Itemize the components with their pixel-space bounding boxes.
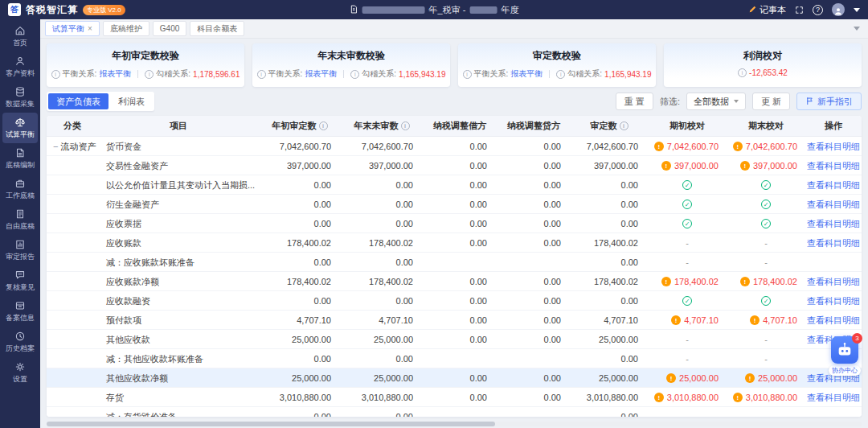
table-row[interactable]: 减：应收账款坏账准备0.000.000.00--: [47, 253, 862, 272]
end-check-cell: !178,400.02: [727, 272, 805, 291]
update-button[interactable]: 更 新: [752, 93, 790, 110]
warning-icon: !: [654, 393, 664, 402]
value-cell: 0.00: [341, 195, 423, 214]
view-tab-利润表[interactable]: 利润表: [110, 93, 153, 109]
view-tab-资产负债表[interactable]: 资产负债表: [48, 93, 108, 109]
check-value: 178,400.02: [753, 277, 797, 286]
tabs-collapse-icon[interactable]: [850, 27, 863, 31]
action-cell: 查看科目明细: [805, 311, 862, 330]
sidebar-item-trial-balance[interactable]: 试算平衡: [2, 113, 38, 143]
view-detail-link[interactable]: 查看科目明细: [807, 199, 860, 211]
view-detail-link[interactable]: 查看科目明细: [807, 237, 860, 249]
metric-value[interactable]: 报表平衡: [99, 68, 131, 80]
scrollbar-thumb[interactable]: [47, 422, 495, 426]
reset-button[interactable]: 重 置: [616, 93, 653, 110]
table-row[interactable]: 以公允价值计量且其变动计入当期损...0.000.000.000.000.00✓…: [47, 175, 862, 195]
value-cell: 0.00: [341, 407, 423, 417]
table-row[interactable]: 应收款融资0.000.000.000.000.00✓✓查看科目明细: [47, 291, 862, 311]
check-value: 3,010,880.00: [746, 393, 797, 402]
tab-试算平衡[interactable]: 试算平衡×: [45, 21, 100, 36]
card-title: 审定数校验: [458, 49, 656, 63]
assist-center-widget[interactable]: 3 协办中心: [826, 336, 863, 376]
document-icon: [350, 5, 358, 15]
sidebar-item-draft-prepare[interactable]: 底稿编制: [2, 143, 38, 174]
tab-G400[interactable]: G400: [153, 21, 186, 36]
tab-科目余额表[interactable]: 科目余额表: [190, 21, 244, 36]
action-cell: 查看科目明细: [805, 272, 862, 291]
value-cell: 178,400.02: [341, 233, 423, 253]
value-cell: 0.00: [341, 214, 423, 233]
filter-value: 全部数据: [694, 96, 729, 108]
value-cell: 397,000.00: [571, 156, 648, 175]
sidebar-item-home[interactable]: 首页: [2, 21, 38, 51]
briefcase-icon: [14, 178, 26, 189]
value-cell: 0.00: [423, 291, 497, 311]
view-detail-link[interactable]: 查看科目明细: [807, 295, 860, 307]
fullscreen-icon[interactable]: [795, 6, 804, 14]
empty-check: -: [764, 354, 768, 364]
check-value: 25,000.00: [679, 373, 719, 383]
card-title: 利润校对: [664, 49, 862, 63]
help-icon[interactable]: ?: [813, 5, 823, 15]
table-row[interactable]: 交易性金融资产397,000.00397,000.000.000.00397,0…: [47, 156, 862, 175]
table-row[interactable]: 其他应收款净额25,000.0025,000.000.000.0025,000.…: [47, 368, 862, 388]
view-detail-link[interactable]: 查看科目明细: [807, 179, 860, 191]
value-cell: 0.00: [259, 253, 341, 272]
warning-icon: !: [654, 142, 664, 151]
value-cell: 4,707.10: [341, 311, 423, 330]
sidebar-item-customers[interactable]: 客户资料: [2, 51, 38, 82]
sidebar-item-free-draft[interactable]: 自由底稿: [2, 204, 38, 235]
begin-check-cell: !7,042,600.70: [648, 137, 727, 156]
table-row[interactable]: 衍生金融资产0.000.000.000.000.00✓✓查看科目明细: [47, 195, 862, 214]
warning-icon: !: [661, 161, 671, 171]
sidebar-item-data-collection[interactable]: 数据采集: [2, 82, 38, 113]
table-row[interactable]: 预付款项4,707.104,707.100.000.004,707.10!4,7…: [47, 311, 862, 330]
summary-cards: 年初审定数校验i平衡关系:报表平衡i勾稽关系:1,178,596.61年末未审数…: [47, 43, 862, 87]
sidebar-item-working-papers[interactable]: 工作底稿: [2, 174, 38, 204]
avatar[interactable]: [832, 3, 845, 16]
table-row[interactable]: −流动资产货币资金7,042,600.707,042,600.700.000.0…: [47, 137, 862, 156]
value-cell: 178,400.02: [259, 272, 341, 291]
table-row[interactable]: 应收账款178,400.02178,400.020.000.00178,400.…: [47, 233, 862, 253]
tab-底稿维护[interactable]: 底稿维护: [103, 21, 149, 36]
notepad-button[interactable]: 记事本: [748, 4, 786, 16]
table-row[interactable]: 减：存货跌价准备0.000.000.00--: [47, 407, 862, 417]
metric-value[interactable]: 报表平衡: [510, 68, 542, 80]
summary-card: 利润校对i-12,653.42: [664, 43, 862, 87]
document-title-part2: 年度: [501, 4, 518, 16]
chevron-down-icon[interactable]: [854, 8, 860, 12]
tab-close-icon[interactable]: ×: [88, 24, 92, 33]
sidebar-item-review-opinion[interactable]: 复核意见: [2, 265, 38, 296]
value-cell: 25,000.00: [259, 330, 341, 349]
value-cell: 0.00: [423, 137, 497, 156]
view-detail-link[interactable]: 查看科目明细: [807, 141, 860, 153]
view-detail-link[interactable]: 查看科目明细: [807, 392, 860, 404]
sidebar-item-filing-info[interactable]: 备案信息: [2, 296, 38, 327]
table-row[interactable]: 应收票据0.000.000.000.000.00✓✓查看科目明细: [47, 214, 862, 233]
guide-button[interactable]: 新手指引: [796, 93, 862, 110]
table-row[interactable]: 减：其他应收款坏账准备0.000.000.00--: [47, 349, 862, 368]
filter-select[interactable]: 全部数据: [686, 93, 746, 110]
collapse-icon[interactable]: −: [53, 142, 58, 151]
table-row[interactable]: 其他应收款25,000.0025,000.000.000.0025,000.00…: [47, 330, 862, 349]
action-cell: [805, 253, 862, 272]
robot-icon[interactable]: 3: [831, 336, 858, 364]
value-cell: [423, 253, 497, 272]
sidebar-item-history-archive[interactable]: 历史档案: [2, 327, 38, 357]
app-logo-icon: 答: [8, 3, 21, 16]
card-metric: i平衡关系:报表平衡: [51, 68, 132, 80]
table-row[interactable]: 存货3,010,880.003,010,880.000.000.003,010,…: [47, 388, 862, 407]
empty-check: -: [764, 335, 768, 344]
view-detail-link[interactable]: 查看科目明细: [807, 160, 860, 172]
action-cell: 查看科目明细: [805, 291, 862, 311]
view-detail-link[interactable]: 查看科目明细: [807, 276, 860, 288]
table-row[interactable]: 应收账款净额178,400.02178,400.020.000.00178,40…: [47, 272, 862, 291]
sidebar-item-audit-report[interactable]: 审定报告: [2, 235, 38, 265]
view-detail-link[interactable]: 查看科目明细: [807, 315, 860, 327]
view-detail-link[interactable]: 查看科目明细: [807, 218, 860, 230]
begin-check-cell: -: [648, 349, 727, 368]
metric-value[interactable]: 报表平衡: [305, 68, 337, 80]
check-icon: ✓: [761, 180, 771, 190]
sidebar-item-settings[interactable]: 设置: [2, 357, 38, 388]
metric-label: 勾稽关系:: [362, 68, 396, 80]
